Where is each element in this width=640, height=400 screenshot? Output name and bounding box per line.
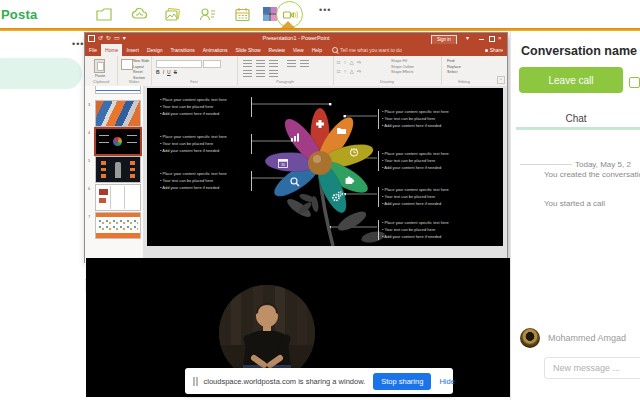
bullets-icon[interactable] bbox=[243, 60, 252, 67]
ribbon-options-icon[interactable]: ▾ bbox=[466, 35, 469, 42]
thumb-text-lines bbox=[127, 135, 137, 148]
worldposta-logo: Posta bbox=[1, 7, 37, 22]
new-slide-label[interactable]: New Slide bbox=[133, 59, 149, 63]
slide-thumbnail-4-selected[interactable] bbox=[94, 127, 142, 156]
tab-home[interactable]: Home bbox=[101, 44, 122, 56]
shapes-gallery[interactable]: □ ○ △ ⇨ bbox=[337, 59, 362, 65]
date-divider-line bbox=[520, 164, 572, 165]
callout-right-1: • Place your content specific text here•… bbox=[378, 109, 470, 129]
justify-icon[interactable] bbox=[256, 70, 265, 77]
current-slide[interactable]: 30 • Place your content specific text he… bbox=[147, 88, 503, 246]
shape-outline-label[interactable]: Shape Outline bbox=[391, 65, 414, 69]
quick-access-toolbar: ↺ ↻ ▭ ▾ bbox=[88, 34, 126, 43]
drag-grip-icon[interactable] bbox=[193, 377, 198, 386]
section-label[interactable]: Section bbox=[133, 76, 149, 80]
slide-thumbnail-3[interactable] bbox=[95, 100, 141, 127]
align-left-icon[interactable] bbox=[287, 60, 296, 67]
shape-fill-label[interactable]: Shape Fill bbox=[391, 59, 414, 63]
qat-dropdown-icon[interactable]: ▾ bbox=[123, 34, 126, 43]
apps-grid-icon[interactable] bbox=[263, 7, 277, 26]
bold-button[interactable]: B bbox=[156, 69, 160, 75]
user-name: Mohammed Amgad bbox=[548, 333, 626, 343]
align-right-icon[interactable] bbox=[243, 70, 252, 77]
ribbon-group-font: B I U S Font bbox=[151, 56, 238, 85]
reset-label[interactable]: Reset bbox=[133, 70, 149, 74]
tab-transitions[interactable]: Transitions bbox=[167, 44, 199, 56]
tab-design[interactable]: Design bbox=[143, 44, 167, 56]
search-icon bbox=[332, 47, 338, 53]
calendar-icon[interactable] bbox=[233, 5, 252, 24]
leave-call-button[interactable]: Leave call bbox=[519, 67, 623, 93]
indent-icon[interactable] bbox=[269, 60, 278, 67]
save-icon[interactable] bbox=[88, 35, 95, 42]
thumb-grid bbox=[98, 219, 138, 231]
user-avatar bbox=[520, 328, 540, 348]
underline-button[interactable]: U bbox=[167, 69, 171, 75]
slide-canvas-area: 30 • Place your content specific text he… bbox=[143, 86, 502, 279]
tell-me-search[interactable]: Tell me what you want to do bbox=[326, 44, 402, 56]
find-label[interactable]: Find bbox=[447, 59, 461, 63]
replace-label[interactable]: Replace bbox=[447, 65, 461, 69]
slide-thumbnail-5[interactable] bbox=[95, 156, 141, 183]
tab-file[interactable]: File bbox=[85, 44, 101, 56]
redo-icon[interactable]: ↻ bbox=[106, 34, 111, 43]
tab-review[interactable]: Review bbox=[265, 44, 289, 56]
share-button[interactable]: Share bbox=[485, 44, 507, 56]
font-size-select[interactable] bbox=[203, 60, 221, 68]
conversation-list-panel: ••• bbox=[0, 31, 83, 400]
restore-icon[interactable] bbox=[489, 36, 495, 42]
callout-right-4: • Place your content specific text here•… bbox=[378, 220, 470, 240]
font-name-select[interactable] bbox=[156, 60, 202, 68]
sign-in-button[interactable]: Sign in bbox=[431, 35, 457, 45]
numbering-icon[interactable] bbox=[256, 60, 265, 67]
thumb-flower-graphic bbox=[113, 137, 122, 146]
select-label[interactable]: Select bbox=[447, 70, 461, 74]
folder-icon[interactable] bbox=[95, 5, 114, 24]
tab-slide-show[interactable]: Slide Show bbox=[232, 44, 265, 56]
sidebar-checkbox[interactable] bbox=[629, 77, 640, 88]
ribbon-group-paragraph: Paragraph bbox=[237, 56, 334, 85]
shapes-gallery-row2[interactable]: □ ○ △ ⇨ bbox=[337, 68, 362, 74]
start-presentation-icon[interactable]: ▭ bbox=[114, 34, 120, 43]
new-slide-icon[interactable] bbox=[121, 59, 133, 70]
minimize-icon[interactable] bbox=[479, 39, 484, 40]
more-options-icon[interactable]: ••• bbox=[319, 5, 331, 15]
cloud-upload-icon[interactable] bbox=[130, 5, 149, 24]
tab-view[interactable]: View bbox=[289, 44, 308, 56]
thumb-number-7: 7 bbox=[88, 214, 90, 219]
slide-thumbnail-6[interactable] bbox=[95, 184, 141, 211]
undo-icon[interactable]: ↺ bbox=[98, 34, 103, 43]
hide-link[interactable]: Hide bbox=[439, 377, 454, 386]
conversation-title: Conversation name bbox=[521, 44, 637, 58]
shape-effects-label[interactable]: Shape Effects bbox=[391, 70, 414, 74]
callout-right-2: • Place your content specific text here•… bbox=[378, 151, 470, 171]
close-icon[interactable]: × bbox=[498, 35, 502, 42]
tab-chat[interactable]: Chat bbox=[511, 113, 640, 124]
tab-insert[interactable]: Insert bbox=[122, 44, 143, 56]
slide-thumbnail-7[interactable] bbox=[95, 212, 141, 239]
strikethrough-button[interactable]: S bbox=[174, 69, 177, 75]
thumb-block bbox=[99, 189, 108, 195]
flower-center bbox=[308, 151, 332, 175]
active-tool-pointer bbox=[281, 21, 295, 28]
selected-conversation-item[interactable] bbox=[0, 58, 82, 89]
slide-thumbnail-2-partial[interactable] bbox=[95, 86, 141, 94]
tab-help[interactable]: Help bbox=[308, 44, 326, 56]
photos-icon[interactable] bbox=[163, 5, 182, 24]
italic-button[interactable]: I bbox=[163, 69, 164, 75]
collapse-ribbon-icon[interactable]: ^ bbox=[497, 76, 505, 84]
ppt-ribbon-tabs: File Home Insert Design Transitions Anim… bbox=[85, 44, 507, 56]
ribbon-group-clipboard: Paste Clipboard bbox=[85, 56, 118, 85]
new-message-input[interactable] bbox=[544, 357, 640, 379]
layout-label[interactable]: Layout bbox=[133, 65, 149, 69]
system-message-created: You created the conversatio bbox=[544, 170, 640, 179]
stop-sharing-button[interactable]: Stop sharing bbox=[373, 373, 431, 390]
app-window: Posta ••• ••• Presentation1 - bbox=[0, 0, 640, 400]
align-center-icon[interactable] bbox=[300, 60, 309, 67]
ppt-ribbon: Paste Clipboard New Slide Layout Reset S… bbox=[85, 56, 507, 87]
tab-animations[interactable]: Animations bbox=[199, 44, 232, 56]
paste-icon[interactable] bbox=[94, 59, 105, 73]
columns-icon[interactable] bbox=[269, 70, 278, 77]
contacts-icon[interactable] bbox=[198, 5, 217, 24]
conversation-more-icon[interactable]: ••• bbox=[72, 39, 84, 49]
